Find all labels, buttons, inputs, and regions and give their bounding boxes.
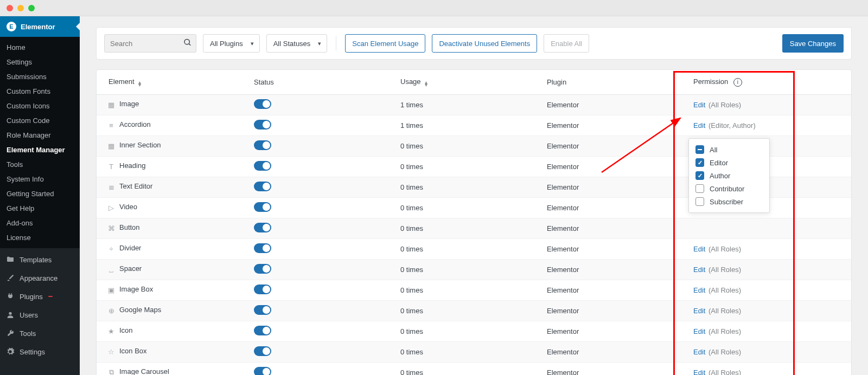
th-usage-label: Usage [400, 77, 421, 86]
filter-plugins-label: All Plugins [210, 40, 243, 48]
edit-permission-link[interactable]: Edit [693, 348, 705, 356]
table-row: ÷Divider0 timesElementorEdit (All Roles) [97, 238, 851, 259]
plugin-cell: Elementor [541, 218, 688, 238]
popover-role-option[interactable]: ✓Author [694, 169, 764, 182]
edit-permission-link[interactable]: Edit [693, 327, 705, 335]
status-toggle[interactable] [254, 140, 271, 150]
permission-cell: Edit (All Roles) [688, 300, 851, 321]
search-input[interactable] [104, 34, 196, 53]
edit-permission-link[interactable]: Edit [693, 121, 705, 130]
sidebar-subitem[interactable]: Element Manager [0, 143, 80, 157]
popover-role-option[interactable]: All [694, 143, 764, 156]
status-toggle[interactable] [254, 326, 271, 335]
elementor-logo-icon: E [7, 22, 16, 31]
status-toggle[interactable] [254, 285, 271, 294]
sidebar-subitem[interactable]: Custom Icons [0, 99, 80, 113]
element-name: Spacer [119, 264, 142, 273]
popover-role-label: Subscriber [710, 198, 743, 206]
sidebar-subitem[interactable]: Submissions [0, 69, 80, 84]
status-toggle[interactable] [254, 367, 271, 376]
filter-plugins-select[interactable]: All Plugins ▾ [203, 34, 260, 53]
sidebar-main-item[interactable]: Tools [0, 324, 80, 342]
element-type-icon: ⎵ [106, 264, 116, 274]
deactivate-unused-button[interactable]: Deactivate Unused Elements [432, 34, 537, 53]
plugin-cell: Elementor [541, 197, 688, 218]
edit-permission-link[interactable]: Edit [693, 286, 705, 294]
status-toggle[interactable] [254, 243, 271, 253]
status-toggle[interactable] [254, 202, 271, 212]
table-row: ⎵Spacer0 timesElementorEdit (All Roles) [97, 259, 851, 280]
status-toggle[interactable] [254, 264, 271, 274]
permission-cell: Edit (All Roles) [688, 94, 851, 115]
enable-all-button[interactable]: Enable All [544, 34, 589, 53]
permission-cell: Edit (Editor, Author) [688, 115, 851, 135]
status-toggle[interactable] [254, 161, 271, 171]
permission-cell: Edit (All Roles) [688, 259, 851, 280]
sidebar-subitem[interactable]: Home [0, 40, 80, 55]
sidebar-subitem[interactable]: System Info [0, 172, 80, 186]
sidebar-subitem[interactable]: Custom Fonts [0, 84, 80, 99]
sidebar-main-item[interactable]: Users [0, 306, 80, 324]
sidebar-main-item[interactable]: Templates [0, 250, 80, 269]
sidebar-submenu: HomeSettingsSubmissionsCustom FontsCusto… [0, 37, 80, 248]
edit-permission-link[interactable]: Edit [693, 266, 705, 274]
element-name: Button [119, 223, 140, 231]
sidebar-subitem[interactable]: Tools [0, 157, 80, 172]
permission-cell: Edit (All Roles) [688, 341, 851, 362]
element-type-icon: ⌘ [106, 223, 116, 233]
checkbox-icon[interactable]: ✓ [695, 158, 704, 167]
sidebar-main-item[interactable]: Plugins [0, 287, 80, 306]
svg-point-1 [184, 40, 189, 44]
window-close-icon[interactable] [7, 5, 13, 11]
window-minimize-icon[interactable] [17, 5, 24, 11]
elements-table: Element ▴▾ Status Usage ▴▾ Plugin Permis… [97, 70, 851, 375]
status-toggle[interactable] [254, 99, 271, 109]
checkbox-icon[interactable] [695, 197, 704, 206]
edit-permission-link[interactable]: Edit [693, 368, 705, 376]
checkbox-icon[interactable] [695, 145, 704, 154]
sidebar-subitem[interactable]: Getting Started [0, 186, 80, 201]
edit-permission-link[interactable]: Edit [693, 307, 705, 315]
checkbox-icon[interactable] [695, 184, 704, 193]
status-toggle[interactable] [254, 182, 271, 191]
edit-permission-link[interactable]: Edit [693, 101, 705, 109]
sidebar-main-item[interactable]: Appearance [0, 269, 80, 287]
status-toggle[interactable] [254, 223, 271, 232]
sidebar-subitem[interactable]: Get Help [0, 201, 80, 216]
permission-roles-text: (All Roles) [709, 307, 741, 315]
sidebar-subitem[interactable]: Settings [0, 55, 80, 69]
filter-statuses-label: All Statuses [273, 40, 311, 48]
popover-role-option[interactable]: ✓Editor [694, 156, 764, 169]
scan-usage-button[interactable]: Scan Element Usage [345, 34, 425, 53]
checkbox-icon[interactable]: ✓ [695, 171, 704, 180]
usage-cell: 0 times [395, 280, 541, 300]
element-name: Icon [119, 326, 133, 334]
sidebar-subitem[interactable]: License [0, 230, 80, 245]
permission-roles-text: (All Roles) [709, 368, 741, 376]
window-zoom-icon[interactable] [28, 5, 35, 11]
filter-statuses-select[interactable]: All Statuses ▾ [266, 34, 328, 53]
table-row: ☆Icon Box0 timesElementorEdit (All Roles… [97, 341, 851, 362]
sidebar-subitem[interactable]: Add-ons [0, 216, 80, 230]
th-usage[interactable]: Usage ▴▾ [395, 70, 541, 94]
status-toggle[interactable] [254, 120, 271, 130]
popover-role-option[interactable]: Subscriber [694, 195, 764, 208]
sidebar-main-item[interactable]: Settings [0, 342, 80, 361]
plugin-cell: Elementor [541, 280, 688, 300]
usage-cell: 0 times [395, 341, 541, 362]
sidebar-brand[interactable]: E Elementor [0, 16, 80, 37]
sidebar-subitem[interactable]: Role Manager [0, 128, 80, 143]
edit-permission-link[interactable]: Edit [693, 245, 705, 253]
table-row: ▣Image Box0 timesElementorEdit (All Role… [97, 280, 851, 300]
status-toggle[interactable] [254, 305, 271, 315]
popover-role-option[interactable]: Contributor [694, 182, 764, 195]
folder-icon [5, 255, 15, 264]
info-icon[interactable]: i [733, 78, 742, 87]
table-row: ★Icon0 timesElementorEdit (All Roles) [97, 321, 851, 341]
sidebar-subitem[interactable]: Custom Code [0, 113, 80, 128]
save-changes-button[interactable]: Save Changes [782, 34, 844, 53]
status-toggle[interactable] [254, 346, 271, 356]
search-wrap [104, 34, 196, 53]
popover-role-label: Contributor [710, 185, 744, 193]
th-element[interactable]: Element ▴▾ [97, 70, 248, 94]
